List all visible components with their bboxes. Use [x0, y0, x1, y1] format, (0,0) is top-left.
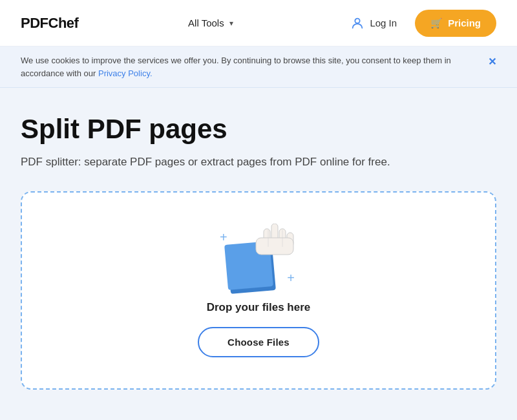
drop-zone[interactable]: + + Drop your files here Choose Files — [21, 191, 496, 390]
cookie-text: We use cookies to improve the services w… — [21, 54, 478, 79]
main-content: Split PDF pages PDF splitter: separate P… — [0, 88, 517, 415]
all-tools-label: All Tools — [188, 17, 224, 28]
login-button[interactable]: Log In — [343, 11, 405, 36]
pricing-label: Pricing — [448, 17, 481, 28]
header: PDFChef All Tools ▾ Log In 🛒 Pricing — [0, 0, 517, 47]
plus-icon-topleft: + — [220, 230, 227, 245]
hand-icon — [252, 224, 297, 266]
header-right: Log In 🛒 Pricing — [343, 10, 496, 37]
pricing-button[interactable]: 🛒 Pricing — [415, 10, 496, 37]
choose-files-button[interactable]: Choose Files — [198, 327, 319, 357]
all-tools-nav[interactable]: All Tools ▾ — [188, 17, 233, 28]
login-label: Log In — [370, 17, 397, 28]
page-title: Split PDF pages — [21, 114, 496, 145]
plus-icon-bottomright: + — [287, 271, 295, 286]
drop-zone-text: Drop your files here — [207, 301, 311, 314]
svg-rect-5 — [256, 238, 293, 255]
cookie-close-button[interactable]: ✕ — [488, 56, 496, 68]
cookie-banner: We use cookies to improve the services w… — [0, 47, 517, 88]
svg-point-0 — [355, 18, 360, 23]
upload-illustration: + + — [220, 224, 297, 288]
logo: PDFChef — [21, 15, 78, 32]
cart-icon: 🛒 — [430, 17, 443, 29]
person-icon — [350, 16, 364, 30]
chevron-down-icon: ▾ — [229, 19, 233, 28]
privacy-policy-link[interactable]: Privacy Policy. — [98, 68, 153, 78]
page-subtitle: PDF splitter: separate PDF pages or extr… — [21, 154, 496, 171]
